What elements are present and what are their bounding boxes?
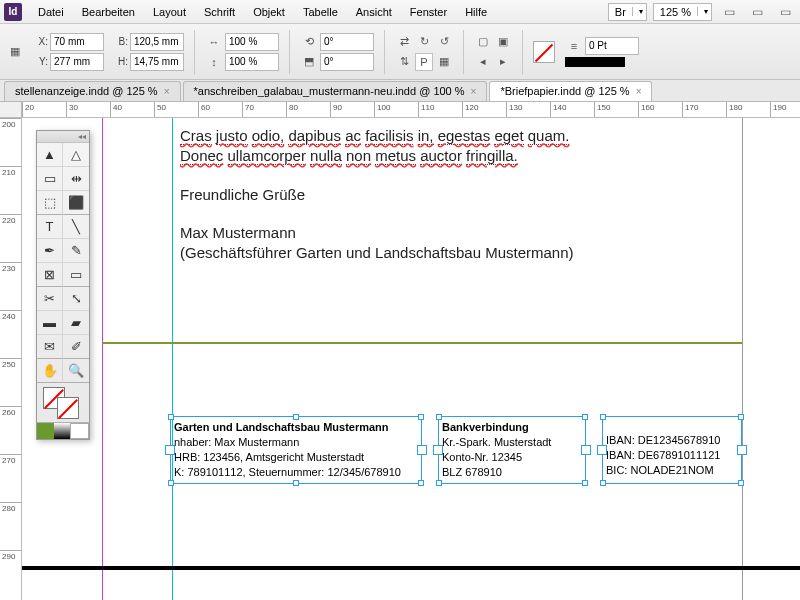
- menu-bearbeiten[interactable]: Bearbeiten: [74, 3, 143, 21]
- tab-label: *Briefpapier.indd @ 125 %: [500, 85, 629, 97]
- word: facilisis: [365, 127, 413, 145]
- margin-guide[interactable]: [102, 118, 103, 600]
- menu-tabelle[interactable]: Tabelle: [295, 3, 346, 21]
- word: Donec: [180, 147, 223, 165]
- pencil-tool[interactable]: ✎: [63, 239, 89, 263]
- h-input[interactable]: [130, 53, 184, 71]
- stroke-style[interactable]: [565, 57, 625, 67]
- word: justo: [216, 127, 248, 145]
- y-label: Y:: [34, 56, 48, 67]
- fill-stroke-proxy[interactable]: [37, 383, 89, 423]
- stroke-proxy[interactable]: [57, 397, 79, 419]
- h-label: H:: [114, 56, 128, 67]
- footer-line: BIC: NOLADE21NOM: [606, 464, 714, 476]
- scale-x-icon: ↔: [205, 33, 223, 51]
- menu-datei[interactable]: Datei: [30, 3, 72, 21]
- word: dapibus: [288, 127, 341, 145]
- rectangle-tool[interactable]: ▭: [63, 263, 89, 287]
- shear-input[interactable]: [320, 53, 374, 71]
- select-content-icon[interactable]: ▣: [494, 33, 512, 51]
- line-tool[interactable]: ╲: [63, 215, 89, 239]
- zoom-tool[interactable]: 🔍: [63, 359, 89, 383]
- footer-line: Kr.-Spark. Musterstadt: [442, 436, 551, 448]
- footer-line: K: 789101112, Steuernummer: 12/345/67891…: [174, 466, 401, 478]
- word: Cras: [180, 127, 212, 145]
- w-input[interactable]: [130, 33, 184, 51]
- tools-panel[interactable]: ◂◂ ▲ △ ▭ ⇹ ⬚ ⬛ T ╲ ✒ ✎ ⊠ ▭ ✂ ⤡ ▬ ▰ ✉ ✐ ✋…: [36, 130, 90, 440]
- menu-fenster[interactable]: Fenster: [402, 3, 455, 21]
- rotate-cw-icon[interactable]: ↻: [415, 33, 433, 51]
- rotate-ccw-icon[interactable]: ↺: [435, 33, 453, 51]
- bridge-button[interactable]: Br▾: [608, 3, 647, 21]
- content-placer-tool[interactable]: ⬛: [63, 191, 89, 215]
- vertical-ruler[interactable]: 200210220230240250260270280290: [0, 118, 22, 600]
- y-input[interactable]: [50, 53, 104, 71]
- panel-grip[interactable]: ◂◂: [37, 131, 89, 143]
- content-collector-tool[interactable]: ⬚: [37, 191, 63, 215]
- apply-gradient[interactable]: [54, 423, 71, 439]
- tab-stellenanzeige[interactable]: stellenanzeige.indd @ 125 %×: [4, 81, 181, 101]
- page-edge: [742, 118, 743, 600]
- w-label: B:: [114, 36, 128, 47]
- flip-v-icon[interactable]: ⇅: [395, 53, 413, 71]
- fill-swatch[interactable]: [533, 41, 555, 63]
- scale-x-input[interactable]: [225, 33, 279, 51]
- footer-heading: Bankverbindung: [442, 421, 529, 433]
- body-text[interactable]: Cras justo odio, dapibus ac facilisis in…: [180, 126, 700, 263]
- stroke-weight-input[interactable]: [585, 37, 639, 55]
- shear-icon: ⬒: [300, 53, 318, 71]
- free-transform-tool[interactable]: ⤡: [63, 287, 89, 311]
- pen-tool[interactable]: ✒: [37, 239, 63, 263]
- gradient-swatch-tool[interactable]: ▬: [37, 311, 63, 335]
- scissors-tool[interactable]: ✂: [37, 287, 63, 311]
- menu-ansicht[interactable]: Ansicht: [348, 3, 400, 21]
- document-canvas[interactable]: Cras justo odio, dapibus ac facilisis in…: [22, 118, 800, 600]
- footer-col1: Garten und Landschaftsbau Mustermann nha…: [174, 420, 422, 479]
- flip-h-icon[interactable]: ⇄: [395, 33, 413, 51]
- select-container-icon[interactable]: ▢: [474, 33, 492, 51]
- close-icon[interactable]: ×: [471, 86, 477, 97]
- tab-label: *anschreiben_galabau_mustermann-neu.indd…: [194, 85, 465, 97]
- gap-tool[interactable]: ⇹: [63, 167, 89, 191]
- hand-tool[interactable]: ✋: [37, 359, 63, 383]
- column-guide[interactable]: [172, 118, 173, 600]
- reference-point-icon[interactable]: ▦: [6, 43, 24, 61]
- ruler-corner[interactable]: [0, 102, 22, 118]
- selection-tool[interactable]: ▲: [37, 143, 63, 167]
- horizontal-ruler[interactable]: 2030405060708090100110120130140150160170…: [22, 102, 800, 118]
- type-tool[interactable]: T: [37, 215, 63, 239]
- close-icon[interactable]: ×: [636, 86, 642, 97]
- apply-none[interactable]: [70, 423, 89, 439]
- arrange-icon[interactable]: ▭: [774, 3, 796, 21]
- tab-briefpapier[interactable]: *Briefpapier.indd @ 125 %×: [489, 81, 652, 101]
- menu-layout[interactable]: Layout: [145, 3, 194, 21]
- menu-hilfe[interactable]: Hilfe: [457, 3, 495, 21]
- zoom-level[interactable]: 125 %▾: [653, 3, 712, 21]
- tab-anschreiben[interactable]: *anschreiben_galabau_mustermann-neu.indd…: [183, 81, 488, 101]
- select-next-icon[interactable]: ▸: [494, 53, 512, 71]
- control-bar: ▦ X: Y: B: H: ↔ ↕ ⟲ ⬒ ⇄ ↻ ↺ ⇅ P ▦ ▢ ▣: [0, 24, 800, 80]
- divider-rule[interactable]: [102, 342, 742, 344]
- app-icon: Id: [4, 3, 22, 21]
- direct-selection-tool[interactable]: △: [63, 143, 89, 167]
- scale-y-input[interactable]: [225, 53, 279, 71]
- view-options-icon[interactable]: ▭: [718, 3, 740, 21]
- x-input[interactable]: [50, 33, 104, 51]
- rotate-input[interactable]: [320, 33, 374, 51]
- eyedropper-tool[interactable]: ✐: [63, 335, 89, 359]
- close-icon[interactable]: ×: [164, 86, 170, 97]
- menu-objekt[interactable]: Objekt: [245, 3, 293, 21]
- rectangle-frame-tool[interactable]: ⊠: [37, 263, 63, 287]
- screen-mode-icon[interactable]: ▭: [746, 3, 768, 21]
- note-tool[interactable]: ✉: [37, 335, 63, 359]
- page-tool[interactable]: ▭: [37, 167, 63, 191]
- gradient-feather-tool[interactable]: ▰: [63, 311, 89, 335]
- bridge-label: Br: [609, 6, 632, 18]
- align-icon[interactable]: ▦: [435, 53, 453, 71]
- word: odio,: [252, 127, 285, 145]
- apply-color[interactable]: [37, 423, 54, 439]
- p-icon[interactable]: P: [415, 53, 433, 71]
- menu-schrift[interactable]: Schrift: [196, 3, 243, 21]
- select-prev-icon[interactable]: ◂: [474, 53, 492, 71]
- menu-bar: Id Datei Bearbeiten Layout Schrift Objek…: [0, 0, 800, 24]
